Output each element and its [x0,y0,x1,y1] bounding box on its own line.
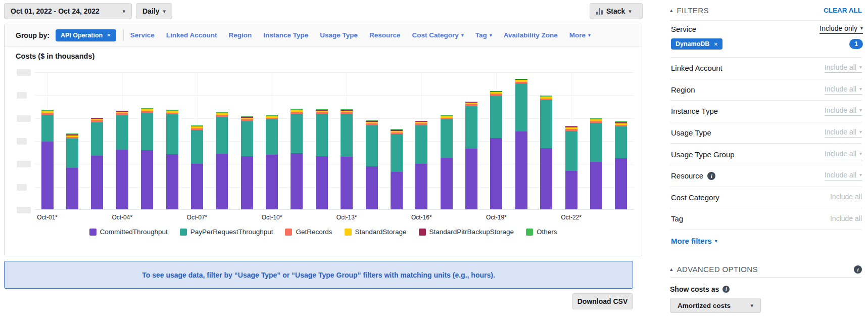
group-by-link-region[interactable]: Region [228,31,252,39]
clear-all-button[interactable]: CLEAR ALL [824,7,862,14]
bar-oct-12[interactable] [316,109,328,209]
chevron-up-icon[interactable]: ▴ [670,7,673,14]
usage-type-include-dropdown[interactable]: Include all▾ [825,128,862,138]
legend-item-committedthroughput[interactable]: CommittedThroughput [89,228,168,236]
segment-committedthroughput[interactable] [540,148,552,209]
bar-oct-18[interactable] [465,102,477,209]
info-icon[interactable]: i [707,172,715,180]
segment-payperrequestthroughput[interactable] [590,123,602,162]
bar-oct-20[interactable] [515,79,527,209]
bar-oct-21[interactable] [540,96,552,209]
instance-type-include-dropdown[interactable]: Include all▾ [825,106,862,116]
segment-committedthroughput[interactable] [366,166,378,209]
bar-oct-09[interactable] [241,116,253,209]
segment-committedthroughput[interactable] [615,158,627,209]
segment-payperrequestthroughput[interactable] [191,130,203,164]
segment-payperrequestthroughput[interactable] [441,119,453,157]
segment-payperrequestthroughput[interactable] [565,131,577,171]
group-by-link-tag[interactable]: Tag▾ [475,31,492,39]
segment-committedthroughput[interactable] [441,158,453,210]
more-filters-link[interactable]: More filters ▾ [671,237,717,245]
bar-oct-22[interactable] [565,126,577,209]
service-include-mode-dropdown[interactable]: Include only ▾ [819,24,863,34]
segment-committedthroughput[interactable] [116,150,128,209]
segment-committedthroughput[interactable] [216,154,228,209]
segment-committedthroughput[interactable] [266,155,278,209]
group-by-link-availability-zone[interactable]: Availability Zone [504,31,558,39]
segment-payperrequestthroughput[interactable] [415,125,427,164]
segment-committedthroughput[interactable] [191,164,203,209]
segment-committedthroughput[interactable] [141,150,153,209]
segment-payperrequestthroughput[interactable] [91,122,103,156]
segment-committedthroughput[interactable] [66,168,78,209]
region-include-dropdown[interactable]: Include all▾ [825,85,862,95]
group-by-link-usage-type[interactable]: Usage Type [320,31,358,39]
group-by-link-resource[interactable]: Resource [369,31,401,39]
segment-committedthroughput[interactable] [241,156,253,209]
legend-item-standardpitrbackupstorage[interactable]: StandardPitrBackupStorage [419,228,514,236]
show-costs-as-dropdown[interactable]: Amortized costs ▾ [670,298,761,313]
bar-oct-23[interactable] [590,118,602,209]
bar-oct-07[interactable] [191,125,203,209]
info-icon[interactable]: i [854,265,862,274]
legend-item-others[interactable]: Others [526,228,557,236]
segment-payperrequestthroughput[interactable] [341,114,353,157]
bar-oct-01[interactable] [41,110,54,209]
segment-committedthroughput[interactable] [490,138,502,209]
usage-type-group-include-dropdown[interactable]: Include all▾ [825,150,862,159]
group-by-link-service[interactable]: Service [130,31,155,39]
segment-payperrequestthroughput[interactable] [66,139,78,168]
segment-payperrequestthroughput[interactable] [366,125,378,166]
date-range-button[interactable]: Oct 01, 2022 - Oct 24, 2022 ▾ [4,3,132,19]
close-icon[interactable]: ✕ [713,41,717,47]
close-icon[interactable]: ✕ [107,32,111,38]
bar-oct-10[interactable] [266,115,278,209]
segment-committedthroughput[interactable] [41,142,54,209]
segment-committedthroughput[interactable] [166,154,178,209]
legend-item-payperrequestthroughput[interactable]: PayPerRequestThroughput [180,228,273,236]
bar-oct-02[interactable] [66,133,78,209]
segment-payperrequestthroughput[interactable] [515,83,527,131]
bar-oct-16[interactable] [415,121,427,209]
segment-committedthroughput[interactable] [465,149,477,209]
segment-payperrequestthroughput[interactable] [141,113,153,150]
segment-committedthroughput[interactable] [316,156,328,209]
segment-payperrequestthroughput[interactable] [166,114,178,154]
segment-committedthroughput[interactable] [515,131,527,209]
segment-committedthroughput[interactable] [415,164,427,209]
bar-oct-05[interactable] [141,108,153,209]
info-icon[interactable]: i [722,286,730,293]
segment-payperrequestthroughput[interactable] [316,114,328,156]
chart-style-button[interactable]: Stack ▾ [590,3,643,19]
linked-account-include-dropdown[interactable]: Include all▾ [825,63,862,73]
bar-oct-03[interactable] [91,118,103,209]
cost-category-include-dropdown[interactable]: Include all [830,193,862,202]
segment-payperrequestthroughput[interactable] [41,115,54,142]
segment-committedthroughput[interactable] [341,157,353,209]
granularity-button[interactable]: Daily ▾ [136,3,172,19]
segment-payperrequestthroughput[interactable] [116,115,128,150]
download-csv-button[interactable]: Download CSV [572,293,633,309]
tag-include-dropdown[interactable]: Include all [830,214,862,223]
segment-payperrequestthroughput[interactable] [465,106,477,149]
chevron-up-icon[interactable]: ▴ [670,266,673,273]
segment-payperrequestthroughput[interactable] [266,119,278,154]
resource-include-dropdown[interactable]: Include all▾ [825,171,862,180]
segment-payperrequestthroughput[interactable] [490,96,502,138]
segment-committedthroughput[interactable] [590,162,602,209]
segment-payperrequestthroughput[interactable] [615,126,627,158]
segment-payperrequestthroughput[interactable] [391,134,403,171]
segment-payperrequestthroughput[interactable] [291,114,303,153]
bar-oct-04[interactable] [116,111,128,209]
group-by-chip-api-operation[interactable]: API Operation ✕ [56,29,116,41]
segment-payperrequestthroughput[interactable] [241,121,253,156]
bar-oct-17[interactable] [441,115,453,209]
bar-oct-24[interactable] [615,121,627,209]
segment-committedthroughput[interactable] [565,171,577,209]
segment-committedthroughput[interactable] [391,172,403,209]
group-by-link-instance-type[interactable]: Instance Type [263,31,308,39]
segment-committedthroughput[interactable] [291,153,303,210]
segment-payperrequestthroughput[interactable] [540,100,552,148]
service-chip-dynamodb[interactable]: DynamoDB ✕ [671,38,722,50]
bar-oct-13[interactable] [341,109,353,209]
